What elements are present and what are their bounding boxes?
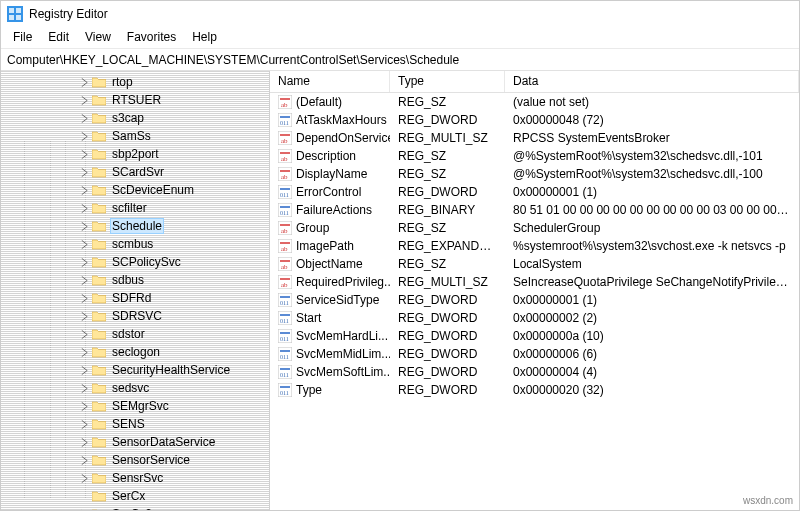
chevron-right-icon[interactable] xyxy=(79,491,90,502)
column-header-name[interactable]: Name xyxy=(270,71,390,92)
tree-item-sdstor[interactable]: sdstor xyxy=(1,325,269,343)
menu-view[interactable]: View xyxy=(77,27,119,48)
tree-item-semgrsvc[interactable]: SEMgrSvc xyxy=(1,397,269,415)
chevron-right-icon[interactable] xyxy=(79,185,90,196)
chevron-right-icon[interactable] xyxy=(79,347,90,358)
chevron-right-icon[interactable] xyxy=(79,131,90,142)
tree-item-sensorservice[interactable]: SensorService xyxy=(1,451,269,469)
folder-icon xyxy=(92,238,106,250)
value-row[interactable]: SvcMemMidLim...REG_DWORD0x00000006 (6) xyxy=(270,345,799,363)
string-value-icon xyxy=(278,95,292,109)
chevron-right-icon[interactable] xyxy=(79,203,90,214)
menu-edit[interactable]: Edit xyxy=(40,27,77,48)
column-header-type[interactable]: Type xyxy=(390,71,505,92)
value-row[interactable]: DescriptionREG_SZ@%SystemRoot%\system32\… xyxy=(270,147,799,165)
tree-item-sensrsvc[interactable]: SensrSvc xyxy=(1,469,269,487)
value-data-cell: 0x00000048 (72) xyxy=(505,113,799,127)
value-row[interactable]: FailureActionsREG_BINARY80 51 01 00 00 0… xyxy=(270,201,799,219)
tree-item-samss[interactable]: SamSs xyxy=(1,127,269,145)
folder-icon xyxy=(92,220,106,232)
chevron-right-icon[interactable] xyxy=(79,365,90,376)
tree-item-sercx2[interactable]: SerCx2 xyxy=(1,505,269,511)
address-bar[interactable]: Computer\HKEY_LOCAL_MACHINE\SYSTEM\Curre… xyxy=(1,49,799,71)
tree-item-scfilter[interactable]: scfilter xyxy=(1,199,269,217)
chevron-right-icon[interactable] xyxy=(79,383,90,394)
value-name-cell: ErrorControl xyxy=(270,185,390,199)
tree-item-sercx[interactable]: SerCx xyxy=(1,487,269,505)
menu-help[interactable]: Help xyxy=(184,27,225,48)
tree-item-s3cap[interactable]: s3cap xyxy=(1,109,269,127)
folder-icon xyxy=(92,166,106,178)
value-type-cell: REG_DWORD xyxy=(390,185,505,199)
chevron-right-icon[interactable] xyxy=(79,473,90,484)
tree-item-scmbus[interactable]: scmbus xyxy=(1,235,269,253)
value-name-cell: SvcMemHardLi... xyxy=(270,329,390,343)
chevron-right-icon[interactable] xyxy=(79,167,90,178)
chevron-right-icon[interactable] xyxy=(79,329,90,340)
chevron-right-icon[interactable] xyxy=(79,419,90,430)
tree-item-sdrsvc[interactable]: SDRSVC xyxy=(1,307,269,325)
menu-favorites[interactable]: Favorites xyxy=(119,27,184,48)
chevron-right-icon[interactable] xyxy=(79,437,90,448)
chevron-right-icon[interactable] xyxy=(79,257,90,268)
tree-item-sdbus[interactable]: sdbus xyxy=(1,271,269,289)
tree-item-seclogon[interactable]: seclogon xyxy=(1,343,269,361)
tree-item-scardsvr[interactable]: SCardSvr xyxy=(1,163,269,181)
tree-item-scdeviceenum[interactable]: ScDeviceEnum xyxy=(1,181,269,199)
chevron-right-icon[interactable] xyxy=(79,95,90,106)
value-row[interactable]: AtTaskMaxHoursREG_DWORD0x00000048 (72) xyxy=(270,111,799,129)
value-row[interactable]: ImagePathREG_EXPAND_SZ%systemroot%\syste… xyxy=(270,237,799,255)
value-row[interactable]: ServiceSidTypeREG_DWORD0x00000001 (1) xyxy=(270,291,799,309)
chevron-right-icon[interactable] xyxy=(79,455,90,466)
chevron-right-icon[interactable] xyxy=(79,239,90,250)
value-type-cell: REG_SZ xyxy=(390,95,505,109)
tree-item-rtop[interactable]: rtop xyxy=(1,73,269,91)
value-data-cell: 0x00000020 (32) xyxy=(505,383,799,397)
value-name: ImagePath xyxy=(296,239,354,253)
chevron-right-icon[interactable] xyxy=(79,221,90,232)
tree-item-sdfrd[interactable]: SDFRd xyxy=(1,289,269,307)
value-name: ServiceSidType xyxy=(296,293,379,307)
value-name-cell: Description xyxy=(270,149,390,163)
value-data-cell: SeIncreaseQuotaPrivilege SeChangeNotifyP… xyxy=(505,275,799,289)
tree-item-sens[interactable]: SENS xyxy=(1,415,269,433)
value-row[interactable]: ObjectNameREG_SZLocalSystem xyxy=(270,255,799,273)
chevron-right-icon[interactable] xyxy=(79,311,90,322)
value-name: FailureActions xyxy=(296,203,372,217)
chevron-right-icon[interactable] xyxy=(79,275,90,286)
chevron-right-icon[interactable] xyxy=(79,149,90,160)
binary-value-icon xyxy=(278,347,292,361)
chevron-right-icon[interactable] xyxy=(79,113,90,124)
value-row[interactable]: SvcMemSoftLim...REG_DWORD0x00000004 (4) xyxy=(270,363,799,381)
value-row[interactable]: ErrorControlREG_DWORD0x00000001 (1) xyxy=(270,183,799,201)
column-header-data[interactable]: Data xyxy=(505,71,799,92)
value-row[interactable]: DisplayNameREG_SZ@%SystemRoot%\system32\… xyxy=(270,165,799,183)
value-row[interactable]: (Default)REG_SZ(value not set) xyxy=(270,93,799,111)
value-row[interactable]: TypeREG_DWORD0x00000020 (32) xyxy=(270,381,799,399)
value-type-cell: REG_SZ xyxy=(390,221,505,235)
tree-item-sedsvc[interactable]: sedsvc xyxy=(1,379,269,397)
tree-item-sbp2port[interactable]: sbp2port xyxy=(1,145,269,163)
tree-item-securityhealthservice[interactable]: SecurityHealthService xyxy=(1,361,269,379)
tree-item-label: s3cap xyxy=(110,111,146,125)
value-row[interactable]: DependOnServiceREG_MULTI_SZRPCSS SystemE… xyxy=(270,129,799,147)
list-pane[interactable]: Name Type Data (Default)REG_SZ(value not… xyxy=(270,71,799,510)
tree-pane[interactable]: rtopRTSUERs3capSamSssbp2portSCardSvrScDe… xyxy=(1,71,269,511)
value-row[interactable]: GroupREG_SZSchedulerGroup xyxy=(270,219,799,237)
tree-item-label: SEMgrSvc xyxy=(110,399,171,413)
value-row[interactable]: RequiredPrivileg...REG_MULTI_SZSeIncreas… xyxy=(270,273,799,291)
tree-item-schedule[interactable]: Schedule xyxy=(1,217,269,235)
menu-file[interactable]: File xyxy=(5,27,40,48)
folder-icon xyxy=(92,328,106,340)
chevron-right-icon[interactable] xyxy=(79,77,90,88)
string-value-icon xyxy=(278,257,292,271)
value-row[interactable]: SvcMemHardLi...REG_DWORD0x0000000a (10) xyxy=(270,327,799,345)
tree-item-scpolicysvc[interactable]: SCPolicySvc xyxy=(1,253,269,271)
value-row[interactable]: StartREG_DWORD0x00000002 (2) xyxy=(270,309,799,327)
tree-item-rtsuer[interactable]: RTSUER xyxy=(1,91,269,109)
tree-item-sensordataservice[interactable]: SensorDataService xyxy=(1,433,269,451)
folder-icon xyxy=(92,454,106,466)
chevron-right-icon[interactable] xyxy=(79,293,90,304)
chevron-right-icon[interactable] xyxy=(79,401,90,412)
value-name-cell: SvcMemSoftLim... xyxy=(270,365,390,379)
